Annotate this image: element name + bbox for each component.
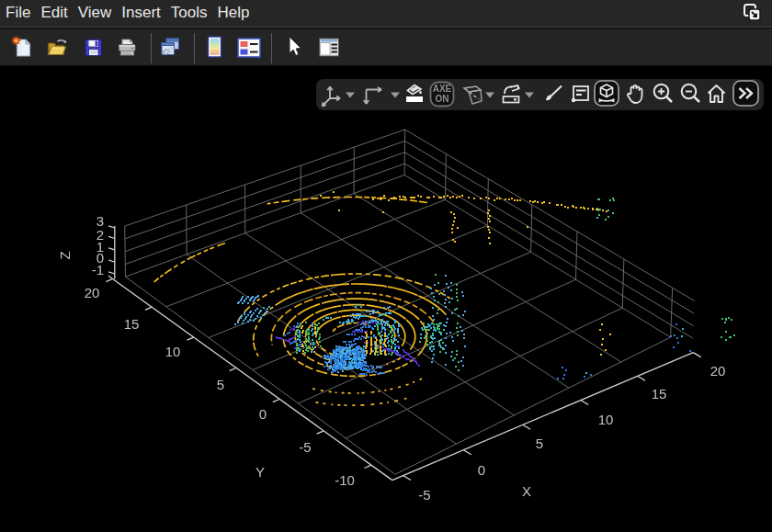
svg-text:-5: -5 <box>418 487 430 503</box>
svg-text:20: 20 <box>85 285 100 300</box>
svg-text:15: 15 <box>124 316 140 332</box>
svg-text:ON: ON <box>436 94 449 104</box>
svg-text:5: 5 <box>217 377 224 392</box>
svg-text:X: X <box>522 483 531 499</box>
svg-text:20: 20 <box>710 363 726 379</box>
svg-text:15: 15 <box>652 386 667 402</box>
svg-text:10: 10 <box>598 412 614 427</box>
svg-text:0: 0 <box>478 462 485 478</box>
svg-text:5: 5 <box>536 436 543 451</box>
svg-text:AXE: AXE <box>433 84 452 94</box>
svg-text:Y: Y <box>255 464 265 480</box>
svg-text:0: 0 <box>259 406 267 422</box>
svg-text:-10: -10 <box>335 472 355 488</box>
svg-text:Z: Z <box>57 251 73 259</box>
svg-text:-5: -5 <box>299 439 311 455</box>
svg-text:-1: -1 <box>92 262 104 277</box>
svg-text:10: 10 <box>165 344 181 359</box>
